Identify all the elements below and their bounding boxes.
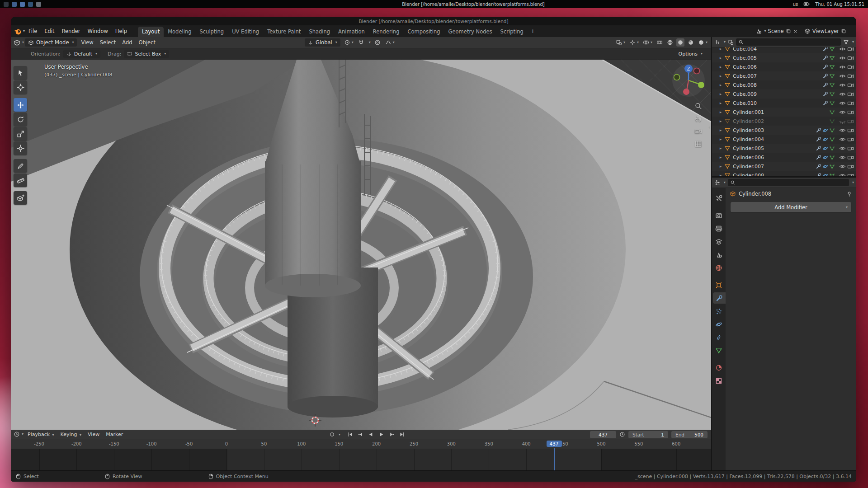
viewport-menu-object[interactable]: Object <box>136 38 159 47</box>
outliner-item-cube-008[interactable]: ▸Cube.008 <box>712 80 856 89</box>
properties-tab-texture[interactable] <box>713 375 725 386</box>
axis-x-ball[interactable] <box>683 89 689 95</box>
taskbar-app-icon[interactable] <box>28 2 33 7</box>
tool-add-cube[interactable] <box>14 191 27 205</box>
jump-start-button[interactable] <box>345 431 354 438</box>
outliner-item-cylinder-006[interactable]: ▸Cylinder.006 <box>712 153 856 162</box>
camera-icon[interactable] <box>847 91 854 98</box>
menu-edit[interactable]: Edit <box>41 27 58 36</box>
menu-render[interactable]: Render <box>58 27 84 36</box>
axis-x-neg-ball[interactable] <box>694 68 700 74</box>
keying-dropdown[interactable]: ▾ <box>339 433 340 436</box>
editor-type-icon[interactable] <box>714 179 721 186</box>
tool-measure[interactable] <box>14 174 27 187</box>
camera-icon[interactable] <box>847 64 854 70</box>
outliner-item-cube-009[interactable]: ▸Cube.009 <box>712 89 856 99</box>
properties-search-input[interactable] <box>728 179 849 186</box>
preview-range-toggle-icon[interactable] <box>619 432 625 437</box>
outliner-item-cube-005[interactable]: ▸Cube.005 <box>712 53 856 62</box>
zoom-icon[interactable] <box>694 102 702 110</box>
add-modifier-button[interactable]: Add Modifier ▾ <box>731 202 851 212</box>
new-view-layer-icon[interactable] <box>841 28 846 34</box>
workspace-tab-texture-paint[interactable]: Texture Paint <box>263 27 305 37</box>
overlays-dropdown[interactable]: ▾ <box>642 38 653 47</box>
play-reverse-button[interactable] <box>366 431 375 438</box>
play-button[interactable] <box>377 431 386 438</box>
pivot-point-dropdown[interactable]: ▾ <box>343 38 354 47</box>
current-frame-field[interactable]: 437 <box>590 431 616 438</box>
outliner-item-cube-007[interactable]: ▸Cube.007 <box>712 71 856 80</box>
disclosure-icon[interactable]: ▸ <box>718 101 723 105</box>
camera-icon[interactable] <box>847 154 854 161</box>
camera-icon[interactable] <box>847 73 854 80</box>
workspace-tab-scripting[interactable]: Scripting <box>496 27 528 37</box>
unlink-scene-icon[interactable] <box>793 29 798 34</box>
orientation-setting-dropdown[interactable]: Default ▾ <box>63 50 100 58</box>
outliner-item-cube-004[interactable]: ▸Cube.004 <box>712 47 856 53</box>
tool-cursor[interactable] <box>14 80 27 94</box>
properties-tab-material[interactable] <box>713 362 725 373</box>
eye-icon[interactable] <box>839 55 846 61</box>
add-workspace-button[interactable]: + <box>528 27 538 36</box>
outliner-item-cube-010[interactable]: ▸Cube.010 <box>712 99 856 108</box>
viewport-menu-select[interactable]: Select <box>97 38 119 47</box>
editor-type-icon[interactable] <box>14 39 20 46</box>
pin-icon[interactable] <box>846 191 852 197</box>
disclosure-icon[interactable]: ▸ <box>718 74 723 78</box>
outliner-search-input[interactable] <box>736 38 841 46</box>
timeline-menu-view[interactable]: View <box>85 431 103 438</box>
snap-toggle[interactable] <box>357 38 365 47</box>
camera-icon[interactable] <box>847 127 854 134</box>
tool-rotate[interactable] <box>14 113 27 126</box>
auto-keying-toggle[interactable] <box>327 431 336 438</box>
mode-dropdown[interactable]: Object Mode ▾ <box>25 38 77 47</box>
options-dropdown[interactable]: Options ▾ <box>675 50 706 58</box>
camera-icon[interactable] <box>847 109 854 116</box>
pan-hand-icon[interactable] <box>694 115 702 122</box>
display-mode-icon[interactable] <box>728 39 734 45</box>
outliner-item-cylinder-005[interactable]: ▸Cylinder.005 <box>712 144 856 153</box>
outliner-item-cylinder-007[interactable]: ▸Cylinder.007 <box>712 162 856 171</box>
outliner-item-cylinder-008[interactable]: ▸Cylinder.008 <box>712 171 856 176</box>
timeline-menu-playback[interactable]: Playback ▾ <box>24 431 57 438</box>
taskbar-app-icons[interactable] <box>4 2 41 7</box>
orthographic-toggle-icon[interactable] <box>694 140 702 148</box>
proportional-edit-toggle[interactable] <box>373 38 382 47</box>
workspace-tab-geometry-nodes[interactable]: Geometry Nodes <box>444 27 496 37</box>
tool-select-tweak[interactable] <box>14 66 27 80</box>
editor-type-icon[interactable] <box>714 39 721 45</box>
outliner-item-cylinder-003[interactable]: ▸Cylinder.003 <box>712 126 856 135</box>
workspace-tab-modeling[interactable]: Modeling <box>164 27 195 37</box>
keyboard-layout-indicator[interactable]: us <box>793 2 798 7</box>
prev-keyframe-button[interactable] <box>356 431 365 438</box>
disclosure-icon[interactable]: ▸ <box>718 173 723 176</box>
eye-icon[interactable] <box>839 163 846 170</box>
camera-icon[interactable] <box>847 82 854 89</box>
workspace-tab-shading[interactable]: Shading <box>305 27 334 37</box>
workspace-tab-sculpting[interactable]: Sculpting <box>195 27 228 37</box>
outliner-item-cube-006[interactable]: ▸Cube.006 <box>712 62 856 71</box>
playhead-frame-badge[interactable]: 437 <box>547 441 562 447</box>
system-clock[interactable]: Thu, 01 Aug 15:01:51 <box>815 2 864 7</box>
workspace-tab-uv-editing[interactable]: UV Editing <box>228 27 263 37</box>
taskbar-app-icon[interactable] <box>36 2 41 7</box>
menu-window[interactable]: Window <box>84 27 112 36</box>
properties-tab-tool[interactable] <box>713 192 725 204</box>
timeline-menu-marker[interactable]: Marker <box>103 431 126 438</box>
properties-tab-view-layer[interactable] <box>713 236 725 247</box>
properties-tab-object-data[interactable] <box>713 345 725 356</box>
taskbar-app-icon[interactable] <box>12 2 17 7</box>
eye-icon[interactable] <box>839 172 846 177</box>
eye-icon[interactable] <box>839 91 846 98</box>
disclosure-icon[interactable]: ▸ <box>718 47 723 51</box>
properties-tab-object[interactable] <box>713 279 725 291</box>
navigation-gizmo[interactable]: Z <box>671 63 706 98</box>
shading-wireframe-button[interactable] <box>666 38 674 47</box>
shading-material-button[interactable] <box>687 38 695 47</box>
properties-tab-constraints[interactable] <box>713 332 725 343</box>
disclosure-icon[interactable]: ▸ <box>718 83 723 87</box>
outliner-item-cylinder-004[interactable]: ▸Cylinder.004 <box>712 135 856 144</box>
taskbar-app-icon[interactable] <box>20 2 25 7</box>
shading-solid-button[interactable] <box>676 38 684 47</box>
frame-start-field[interactable]: Start 1 <box>628 431 668 438</box>
